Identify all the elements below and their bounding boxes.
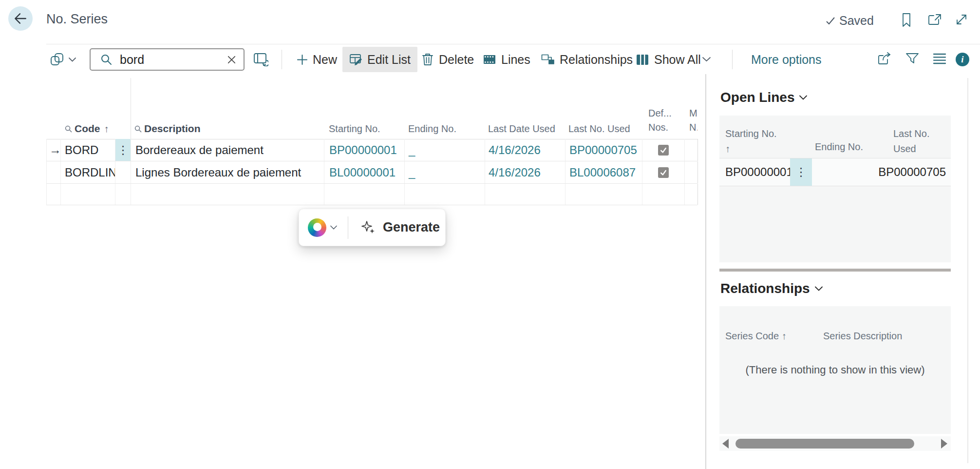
no-series-table: Code ↑ Description Starting No. Ending N…: [46, 78, 697, 205]
cell-ending-no[interactable]: _: [405, 161, 485, 183]
row-menu-button[interactable]: ⋮: [115, 139, 131, 161]
cell-ending-no[interactable]: [405, 184, 485, 205]
cell-code[interactable]: [61, 184, 115, 205]
row-marker-icon: →: [49, 143, 61, 157]
show-all-button[interactable]: Show All: [636, 44, 701, 75]
default-nos-checkbox-checked[interactable]: [658, 145, 669, 156]
share-icon[interactable]: [877, 52, 892, 66]
search-input[interactable]: [119, 52, 213, 67]
cell-last-no-used[interactable]: BP00000705: [565, 139, 642, 161]
column-header-last-date-used[interactable]: Last Date Used: [488, 123, 555, 135]
back-button[interactable]: [8, 6, 33, 31]
page-title: No. Series: [46, 12, 108, 27]
panel-cell-starting-no[interactable]: BP00000001: [725, 158, 793, 186]
open-lines-section-header[interactable]: Open Lines: [720, 90, 808, 105]
chevron-down-icon: [799, 95, 808, 100]
cell-description[interactable]: Lignes Bordereaux de paiement: [131, 161, 324, 183]
cell-code[interactable]: BORDLINE: [61, 161, 115, 183]
cell-ending-no[interactable]: _: [405, 139, 485, 161]
column-header-manual-nos[interactable]: M... N...: [689, 106, 697, 135]
lines-icon: [483, 54, 496, 65]
column-header-starting-no[interactable]: Starting No.: [329, 123, 380, 135]
cell-default-nos: [642, 139, 685, 161]
cell-manual-nos: [685, 184, 698, 205]
scroll-right-arrow[interactable]: [941, 439, 947, 449]
row-selector[interactable]: [47, 184, 61, 205]
open-lines-card: Starting No. ↑ Ending No. Last No. Used …: [719, 116, 951, 262]
column-filter-icon: [134, 125, 142, 133]
more-actions-chevron-icon[interactable]: [702, 56, 711, 62]
cell-last-date-used[interactable]: 4/16/2026: [485, 161, 565, 183]
row-menu-button[interactable]: [115, 161, 131, 183]
bookmark-icon[interactable]: [900, 13, 913, 27]
more-options-button[interactable]: More options: [751, 44, 822, 75]
panel-row-menu-button[interactable]: ⋮: [790, 158, 812, 186]
scrollbar-thumb[interactable]: [735, 439, 914, 449]
panel-column-header-starting-no[interactable]: Starting No. ↑: [725, 126, 777, 156]
column-header-description[interactable]: Description: [134, 123, 201, 135]
scroll-left-arrow[interactable]: [722, 439, 729, 449]
copilot-logo-icon[interactable]: [308, 218, 326, 237]
panel-column-header-ending-no[interactable]: Ending No.: [815, 141, 863, 153]
kebab-icon: ⋮: [117, 144, 129, 156]
toolbar-separator: [282, 50, 282, 69]
cell-last-date-used[interactable]: 4/16/2026: [485, 139, 565, 161]
relationships-button[interactable]: Relationships: [541, 44, 633, 75]
open-in-new-window-icon[interactable]: [927, 14, 942, 26]
cell-manual-nos: [685, 161, 698, 183]
clear-search-icon[interactable]: [226, 55, 237, 65]
vertical-scrollbar-track[interactable]: [967, 78, 968, 463]
cell-starting-no[interactable]: [324, 184, 405, 205]
cell-last-date-used[interactable]: [485, 184, 565, 205]
row-selector[interactable]: [47, 161, 61, 183]
chevron-down-icon: [68, 57, 76, 62]
save-status: Saved: [825, 14, 874, 28]
cell-description[interactable]: [131, 184, 324, 205]
action-bar: New Edit List Delete Lines: [46, 44, 980, 75]
cell-last-no-used[interactable]: [565, 184, 642, 205]
list-view-icon[interactable]: [932, 52, 947, 65]
relationships-section-header[interactable]: Relationships: [720, 281, 823, 296]
panel-column-header-series-code[interactable]: Series Code ↑: [725, 331, 787, 342]
cell-default-nos: [642, 161, 685, 183]
current-row-marker: →: [47, 139, 61, 161]
info-icon[interactable]: i: [956, 53, 969, 66]
expand-icon[interactable]: [955, 13, 968, 26]
sort-ascending-icon: ↑: [725, 141, 777, 156]
cell-last-no-used[interactable]: BL00006087: [565, 161, 642, 183]
toolbar-separator: [732, 50, 733, 69]
panel-column-header-series-description[interactable]: Series Description: [823, 331, 902, 342]
search-icon: [100, 54, 112, 65]
cell-code[interactable]: BORD: [61, 139, 115, 161]
panel-column-header-last-no-used[interactable]: Last No. Used: [893, 126, 929, 156]
factbox-panel: Open Lines Starting No. ↑ Ending No. Las…: [706, 74, 979, 469]
popup-divider: [348, 216, 348, 239]
cell-description[interactable]: Bordereaux de paiement: [131, 139, 324, 161]
copilot-chevron-down-icon[interactable]: [330, 225, 338, 230]
column-header-last-no-used[interactable]: Last No. Used: [568, 123, 630, 135]
delete-button[interactable]: Delete: [421, 44, 474, 75]
cell-starting-no[interactable]: BL00000001: [324, 161, 405, 183]
panel-cell-last-no-used[interactable]: BP00000705: [878, 158, 946, 186]
new-button[interactable]: New: [297, 44, 337, 75]
column-header-ending-no[interactable]: Ending No.: [408, 123, 456, 135]
panel-table-row: BP00000001 ⋮ BP00000705: [719, 158, 951, 186]
copilot-pages-icon: [49, 52, 65, 67]
kebab-icon: ⋮: [795, 166, 807, 178]
edit-list-button[interactable]: Edit List: [342, 47, 417, 72]
cell-starting-no[interactable]: BP00000001: [324, 139, 405, 161]
default-nos-checkbox-checked[interactable]: [658, 167, 669, 178]
analysis-mode-icon[interactable]: [253, 52, 268, 68]
relationships-icon: [541, 54, 555, 65]
sparkles-icon: [361, 220, 376, 235]
filter-icon[interactable]: [905, 52, 920, 65]
lines-button[interactable]: Lines: [483, 44, 530, 75]
frozen-column-divider: [131, 78, 131, 139]
copilot-menu-button[interactable]: [49, 52, 76, 67]
horizontal-scrollbar[interactable]: [719, 436, 951, 451]
generate-button[interactable]: Generate: [361, 220, 440, 235]
column-header-default-nos[interactable]: Def... Nos.: [648, 106, 672, 135]
sort-ascending-icon: ↑: [782, 331, 787, 341]
column-header-code[interactable]: Code ↑: [65, 123, 109, 135]
cell-manual-nos: [685, 139, 698, 161]
